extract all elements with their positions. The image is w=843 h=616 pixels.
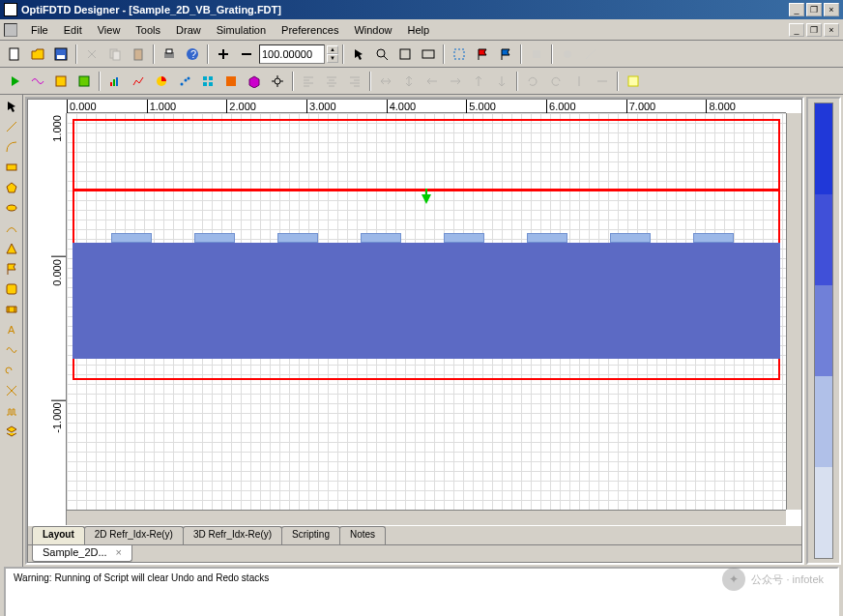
chart-button-6[interactable] xyxy=(220,71,242,92)
tool-text[interactable]: A xyxy=(2,320,21,339)
chart-button-8[interactable] xyxy=(267,71,288,92)
sim-button-2[interactable] xyxy=(50,71,72,92)
chart-button-3[interactable] xyxy=(151,71,172,92)
tool-line[interactable] xyxy=(2,117,21,136)
grating-elements[interactable] xyxy=(73,233,780,243)
zoom-spinner[interactable]: ▲▼ xyxy=(327,45,338,63)
chart-button-7[interactable] xyxy=(244,71,265,92)
file-tab-sample[interactable]: Sample_2D... × xyxy=(32,545,132,562)
tab-2d-refidx[interactable]: 2D Refr_Idx-Re(y) xyxy=(84,526,184,544)
chart-button-4[interactable] xyxy=(174,71,195,92)
help-icon: ? xyxy=(186,47,199,61)
close-button[interactable]: × xyxy=(824,3,839,16)
zoom-minus-button[interactable] xyxy=(236,44,257,65)
align-center-button[interactable] xyxy=(321,71,342,92)
zoom-plus-button[interactable] xyxy=(213,44,234,65)
tool-grating[interactable] xyxy=(2,401,21,421)
arrow-up-button[interactable] xyxy=(468,71,489,92)
paste-button[interactable] xyxy=(128,44,149,65)
tool-curve[interactable] xyxy=(2,219,21,238)
menu-file[interactable]: File xyxy=(23,22,56,38)
menu-window[interactable]: Window xyxy=(346,22,399,38)
help-button[interactable]: ? xyxy=(182,44,203,65)
menu-preferences[interactable]: Preferences xyxy=(274,22,346,38)
minimize-button[interactable]: _ xyxy=(789,3,804,16)
generic-icon xyxy=(530,47,543,61)
annotation-button[interactable] xyxy=(623,71,644,92)
tab-3d-refidx[interactable]: 3D Refr_Idx-Re(y) xyxy=(183,526,282,544)
tool-layer[interactable] xyxy=(2,422,21,441)
menu-tools[interactable]: Tools xyxy=(128,22,168,38)
tool-rect[interactable] xyxy=(2,158,21,177)
align-right-button[interactable] xyxy=(344,71,365,92)
mdi-close-button[interactable]: × xyxy=(824,23,839,37)
mdi-restore-button[interactable]: ❐ xyxy=(806,23,822,37)
chart-button-1[interactable] xyxy=(104,71,126,92)
close-tab-icon[interactable]: × xyxy=(115,546,121,558)
svg-rect-27 xyxy=(203,82,207,86)
flip-h-button[interactable] xyxy=(375,71,396,92)
menu-simulation[interactable]: Simulation xyxy=(209,22,274,38)
zoom-tool-button[interactable] xyxy=(371,44,392,65)
svg-rect-17 xyxy=(79,76,89,86)
tool-ellipse[interactable] xyxy=(2,198,21,218)
menu-help[interactable]: Help xyxy=(400,22,438,38)
svg-rect-28 xyxy=(209,82,213,86)
align-left-button[interactable] xyxy=(298,71,319,92)
design-canvas[interactable] xyxy=(67,113,786,510)
rotate-tool-4[interactable] xyxy=(592,71,613,92)
arrow-left-button[interactable] xyxy=(422,71,443,92)
tool-poly[interactable] xyxy=(2,178,21,197)
copy-button[interactable] xyxy=(104,44,126,65)
menu-edit[interactable]: Edit xyxy=(56,22,90,38)
zoom-fit-button[interactable] xyxy=(394,44,416,65)
tab-layout[interactable]: Layout xyxy=(32,526,85,544)
print-icon xyxy=(162,47,176,61)
flip-v-button[interactable] xyxy=(398,71,420,92)
chart-button-2[interactable] xyxy=(128,71,149,92)
file-tabs: Sample_2D... × xyxy=(28,544,801,562)
rotate-tool-1[interactable] xyxy=(522,71,543,92)
mdi-minimize-button[interactable]: _ xyxy=(789,23,804,37)
horizontal-scrollbar[interactable] xyxy=(67,510,786,525)
svg-rect-2 xyxy=(57,55,65,59)
flag-blue-button[interactable] xyxy=(495,44,516,65)
open-button[interactable] xyxy=(27,44,48,65)
source-marker-arrow[interactable] xyxy=(422,194,431,204)
tool-select[interactable] xyxy=(2,97,21,116)
tool-spiral[interactable] xyxy=(2,361,21,380)
sim-button-1[interactable] xyxy=(27,71,48,92)
rotate2-icon xyxy=(549,74,563,88)
zoom-all-button[interactable] xyxy=(418,44,439,65)
maximize-button[interactable]: ❐ xyxy=(806,3,822,16)
tool-shape2[interactable] xyxy=(2,300,21,319)
tab-notes[interactable]: Notes xyxy=(339,526,386,544)
tab-scripting[interactable]: Scripting xyxy=(281,526,340,544)
sim-button-3[interactable] xyxy=(73,71,95,92)
rotate-tool-3[interactable] xyxy=(568,71,590,92)
save-button[interactable] xyxy=(50,44,72,65)
substrate-region[interactable] xyxy=(73,243,780,359)
flag-red-button[interactable] xyxy=(472,44,493,65)
vertical-scrollbar[interactable] xyxy=(786,113,801,510)
tool-cross[interactable] xyxy=(2,381,21,400)
tool-shape1[interactable] xyxy=(2,279,21,299)
arrow-right-button[interactable] xyxy=(445,71,466,92)
cut-button[interactable] xyxy=(81,44,102,65)
grid-icon xyxy=(201,74,215,88)
rotate-tool-2[interactable] xyxy=(545,71,567,92)
run-button[interactable] xyxy=(4,71,25,92)
menu-view[interactable]: View xyxy=(90,22,129,38)
tool-wave[interactable] xyxy=(2,340,21,360)
tool-flag[interactable] xyxy=(2,259,21,279)
new-button[interactable] xyxy=(4,44,25,65)
arrow-down-button[interactable] xyxy=(491,71,512,92)
zoom-input[interactable] xyxy=(259,44,325,64)
print-button[interactable] xyxy=(159,44,180,65)
menu-draw[interactable]: Draw xyxy=(168,22,209,38)
tool-arc[interactable] xyxy=(2,137,21,157)
select-region-button[interactable] xyxy=(449,44,470,65)
pointer-button[interactable] xyxy=(348,44,369,65)
chart-button-5[interactable] xyxy=(197,71,218,92)
tool-triangle[interactable] xyxy=(2,239,21,258)
